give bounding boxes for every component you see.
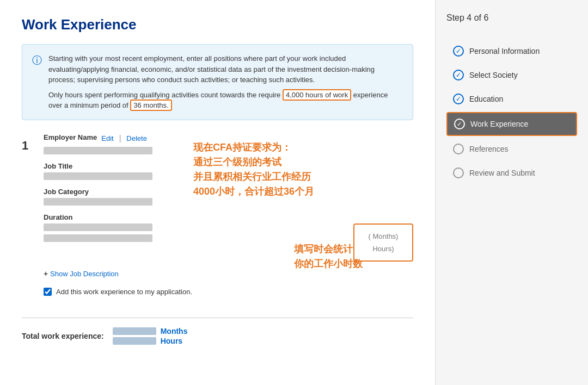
duration-value-2 <box>44 234 152 242</box>
hours-highlight: 4,000 hours of work <box>283 89 351 101</box>
job-category-label: Job Category <box>44 188 413 196</box>
separator: | <box>119 134 121 142</box>
sidebar-label-education: Education <box>469 95 503 103</box>
total-work-experience: Total work experience: Months Hours <box>22 327 413 345</box>
show-desc-prefix: + <box>44 269 50 278</box>
total-months-unit: Months <box>161 327 188 336</box>
duration-bars <box>44 223 345 242</box>
sidebar-item-review[interactable]: Review and Submit <box>446 162 577 184</box>
info-text-container: Starting with your most recent employmen… <box>48 53 403 111</box>
check-icon-society: ✓ <box>453 70 464 80</box>
show-desc-container: + Show Job Description <box>44 269 413 278</box>
check-icon-personal: ✓ <box>453 46 464 57</box>
sidebar-label-references: References <box>469 145 509 153</box>
sidebar-item-personal[interactable]: ✓ Personal Information <box>446 40 577 62</box>
employer-value <box>44 147 152 154</box>
months-highlight: 36 months. <box>130 100 171 111</box>
show-job-desc-link[interactable]: Show Job Description <box>50 270 119 278</box>
total-values: Months Hours <box>113 327 188 345</box>
total-months-bar <box>113 327 156 335</box>
work-entry-1: 1 Employer Name Edit | Delete Job Title … <box>22 133 413 307</box>
info-text-2: Only hours spent performing qualifying a… <box>48 91 280 99</box>
job-title-field: Job Title <box>44 162 413 180</box>
sidebar-item-society[interactable]: ✓ Select Society <box>446 64 577 86</box>
sidebar-item-work[interactable]: ✓ Work Experience <box>446 112 577 136</box>
duration-value-1 <box>44 223 152 231</box>
info-paragraph-2: Only hours spent performing qualifying a… <box>48 90 403 111</box>
info-box: ⓘ Starting with your most recent employm… <box>22 44 413 120</box>
callout-hours: Hours) <box>362 243 405 255</box>
edit-button[interactable]: Edit <box>101 134 113 142</box>
duration-container: ( Months) Hours) <box>44 223 413 262</box>
sidebar-item-education[interactable]: ✓ Education <box>446 88 577 110</box>
sidebar-label-work: Work Experience <box>470 120 528 128</box>
main-content: 现在CFA持证要求为： 通过三个级别的考试 并且累积相关行业工作经历 4000小… <box>0 0 436 385</box>
total-divider <box>22 318 413 318</box>
employer-label: Employer Name <box>44 133 97 141</box>
employer-field: Employer Name Edit | Delete <box>44 133 413 154</box>
delete-button[interactable]: Delete <box>126 134 147 142</box>
sidebar: Step 4 of 6 ✓ Personal Information ✓ Sel… <box>436 0 588 385</box>
total-months-row: Months <box>113 327 188 336</box>
total-hours-row: Hours <box>113 337 188 345</box>
duration-label: Duration <box>44 213 413 221</box>
step-title: Step 4 of 6 <box>446 13 577 29</box>
entry-number: 1 <box>22 139 33 307</box>
total-label: Total work experience: <box>22 332 104 340</box>
empty-check-references <box>453 144 464 154</box>
add-to-application-checkbox[interactable] <box>44 288 52 296</box>
job-title-label: Job Title <box>44 162 413 170</box>
info-icon: ⓘ <box>32 54 42 111</box>
sidebar-label-society: Select Society <box>469 71 518 79</box>
job-title-value <box>44 172 152 180</box>
total-hours-bar <box>113 337 156 345</box>
employer-header: Employer Name Edit | Delete <box>44 133 413 144</box>
check-icon-education: ✓ <box>453 94 464 104</box>
job-category-value <box>44 198 152 206</box>
total-hours-unit: Hours <box>161 337 182 345</box>
sidebar-label-personal: Personal Information <box>469 47 540 55</box>
callout-months: ( Months) <box>362 230 405 243</box>
sidebar-item-references[interactable]: References <box>446 138 577 160</box>
info-paragraph-1: Starting with your most recent employmen… <box>48 53 403 85</box>
duration-field: Duration ( Months) Hours) <box>44 213 413 262</box>
page-title: Work Experience <box>22 16 413 33</box>
duration-callout: ( Months) Hours) <box>353 223 413 262</box>
empty-check-review <box>453 167 464 178</box>
checkbox-label: Add this work experience to my applicati… <box>56 288 192 296</box>
check-icon-work: ✓ <box>454 119 465 129</box>
job-category-field: Job Category <box>44 188 413 206</box>
add-to-application-row: Add this work experience to my applicati… <box>44 288 413 296</box>
entry-fields: Employer Name Edit | Delete Job Title Jo… <box>44 133 413 307</box>
sidebar-label-review: Review and Submit <box>469 169 535 177</box>
